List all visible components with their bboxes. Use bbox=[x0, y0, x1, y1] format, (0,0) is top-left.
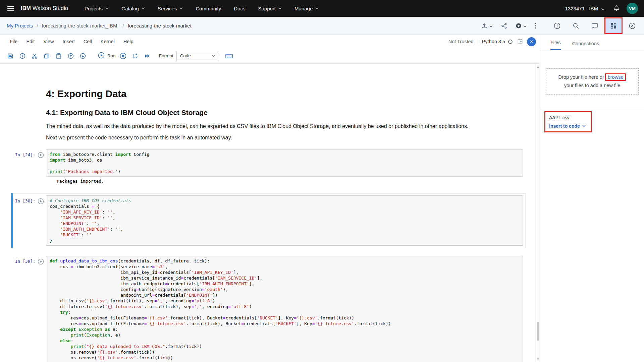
overflow-menu-icon[interactable] bbox=[531, 18, 539, 33]
file-dropzone[interactable]: Drop your file here orbrowse your files … bbox=[546, 68, 639, 95]
notifications-bell-icon[interactable] bbox=[613, 5, 620, 12]
breadcrumb-item[interactable]: forecasting-the-stock-market_IBM- bbox=[42, 23, 119, 28]
chevron-down-icon bbox=[582, 125, 586, 127]
comments-icon[interactable] bbox=[587, 18, 603, 33]
code-editor[interactable]: # Configure IBM COS credentialscos_crede… bbox=[46, 195, 523, 246]
markdown-paragraph: Next we present the code necessary to pe… bbox=[46, 134, 513, 141]
cell-prompt: In [39]: bbox=[15, 259, 35, 264]
breadcrumb-separator: / bbox=[37, 23, 38, 28]
breadcrumb-item[interactable]: My Projects bbox=[7, 23, 33, 28]
notebook-content[interactable]: 4: Exporting Data 4.1: Exporting Data to… bbox=[0, 64, 540, 362]
chevron-down-icon bbox=[315, 7, 319, 9]
file-item: AAPL.csv Insert to code bbox=[544, 111, 592, 132]
format-select[interactable]: Code bbox=[176, 51, 219, 61]
browse-link[interactable]: browse bbox=[608, 74, 624, 80]
run-cell-button[interactable]: Run bbox=[98, 52, 116, 60]
kernel-status-icon bbox=[508, 40, 513, 44]
project-token-icon[interactable] bbox=[512, 18, 530, 33]
nav-item-manage[interactable]: Manage bbox=[288, 0, 325, 17]
icon-wrap bbox=[623, 17, 641, 34]
tab-files[interactable]: Files bbox=[550, 40, 561, 50]
menu-help[interactable]: Help bbox=[119, 39, 138, 44]
scroll-up-arrow[interactable]: ▲ bbox=[536, 64, 540, 69]
section-heading: 4: Exporting Data bbox=[46, 88, 513, 99]
chevron-down-icon bbox=[601, 6, 604, 11]
menu-edit[interactable]: Edit bbox=[22, 39, 39, 44]
run-cell-icon[interactable] bbox=[38, 258, 44, 265]
nav-item-catalog[interactable]: Catalog bbox=[115, 0, 151, 17]
menu-insert[interactable]: Insert bbox=[58, 39, 79, 44]
menu-file[interactable]: File bbox=[5, 39, 22, 44]
move-cell-up-icon[interactable] bbox=[65, 50, 76, 61]
kernel-name[interactable]: Python 3.5 bbox=[482, 39, 505, 44]
tab-connections[interactable]: Connections bbox=[572, 41, 599, 50]
nav-item-services[interactable]: Services bbox=[151, 0, 190, 17]
find-and-add-data-icon[interactable] bbox=[605, 18, 622, 33]
expand-icon[interactable] bbox=[517, 39, 523, 45]
annotation-box: browse bbox=[605, 73, 626, 81]
code-editor[interactable]: def upload_data_to_ibm_cos(credentials, … bbox=[46, 256, 523, 362]
icon-wrap bbox=[586, 17, 604, 34]
dropzone-text: your files to add a new file bbox=[564, 83, 621, 88]
notebook-area: FileEditViewInsertCellKernelHelp Not Tru… bbox=[0, 35, 540, 362]
run-cell-icon[interactable] bbox=[38, 152, 44, 158]
explore-icon[interactable] bbox=[624, 18, 640, 33]
icon-wrap bbox=[567, 17, 585, 34]
hamburger-menu-icon[interactable] bbox=[3, 0, 18, 17]
keyboard-icon[interactable] bbox=[224, 50, 235, 61]
cell-prompt: In [38]: bbox=[15, 198, 35, 203]
cell-prompt: In [24]: bbox=[15, 152, 35, 157]
divider bbox=[478, 39, 478, 44]
save-notebook-icon[interactable] bbox=[5, 50, 16, 61]
account-menu[interactable]: 1323471 - IBM bbox=[565, 6, 604, 11]
annotation-box bbox=[604, 17, 623, 34]
menu-cell[interactable]: Cell bbox=[79, 39, 96, 44]
copy-cell-icon[interactable] bbox=[41, 50, 52, 61]
insert-to-code-button[interactable]: Insert to code bbox=[549, 123, 587, 129]
run-all-cells-icon[interactable] bbox=[142, 50, 153, 61]
notebook-cell[interactable]: In [39]:def upload_data_to_ibm_cos(crede… bbox=[11, 253, 526, 362]
scroll-down-arrow[interactable]: ▼ bbox=[536, 357, 540, 361]
upload-icon[interactable] bbox=[478, 18, 496, 33]
breadcrumb: My Projects/forecasting-the-stock-market… bbox=[7, 23, 192, 28]
avatar[interactable]: VM bbox=[627, 3, 638, 14]
nav-item-docs[interactable]: Docs bbox=[227, 0, 252, 17]
scrollbar[interactable]: ▲ ▼ bbox=[535, 64, 540, 362]
chevron-down-icon bbox=[212, 55, 215, 57]
close-panel-button[interactable]: ✕ bbox=[527, 37, 536, 46]
share-icon[interactable] bbox=[497, 18, 511, 33]
menu-view[interactable]: View bbox=[39, 39, 58, 44]
divider bbox=[540, 109, 644, 109]
chevron-down-icon bbox=[278, 7, 282, 9]
icon-wrap bbox=[548, 17, 566, 34]
nav-item-projects[interactable]: Projects bbox=[78, 0, 115, 17]
find-icon[interactable] bbox=[568, 18, 584, 33]
run-cell-icon[interactable] bbox=[38, 198, 44, 204]
notebook-info-icon[interactable] bbox=[549, 18, 565, 33]
insert-cell-icon[interactable] bbox=[17, 50, 28, 61]
chevron-down-icon bbox=[523, 23, 527, 29]
interrupt-kernel-icon[interactable] bbox=[118, 50, 129, 61]
format-label: Format bbox=[159, 53, 173, 58]
notebook-cell[interactable]: In [38]:# Configure IBM COS credentialsc… bbox=[11, 193, 526, 248]
cut-cell-icon[interactable] bbox=[29, 50, 40, 61]
menu-kernel[interactable]: Kernel bbox=[96, 39, 119, 44]
markdown-cell[interactable]: 4: Exporting Data 4.1: Exporting Data to… bbox=[46, 88, 513, 141]
nav-item-community[interactable]: Community bbox=[189, 0, 227, 17]
scrollbar-thumb[interactable] bbox=[537, 322, 539, 341]
breadcrumb-item[interactable]: forecasting-the-stock-market bbox=[128, 23, 192, 28]
run-icon bbox=[98, 52, 105, 60]
notebook-cell[interactable]: In [24]:from ibm_botocore.client import … bbox=[11, 147, 526, 188]
code-editor[interactable]: from ibm_botocore.client import Configim… bbox=[46, 149, 523, 177]
account-label: 1323471 - IBM bbox=[565, 6, 598, 11]
project-action-bar: My Projects/forecasting-the-stock-market… bbox=[0, 17, 644, 35]
dropzone-text: Drop your file here or bbox=[558, 74, 604, 80]
restart-kernel-icon[interactable] bbox=[130, 50, 141, 61]
nav-item-support[interactable]: Support bbox=[252, 0, 288, 17]
chevron-down-icon bbox=[105, 7, 109, 9]
paste-cell-icon[interactable] bbox=[53, 50, 64, 61]
trust-status: Not Trusted bbox=[448, 39, 474, 44]
move-cell-down-icon[interactable] bbox=[77, 50, 88, 61]
markdown-paragraph: The mined data, as well as the data prod… bbox=[46, 123, 513, 130]
chevron-down-icon bbox=[489, 23, 493, 29]
